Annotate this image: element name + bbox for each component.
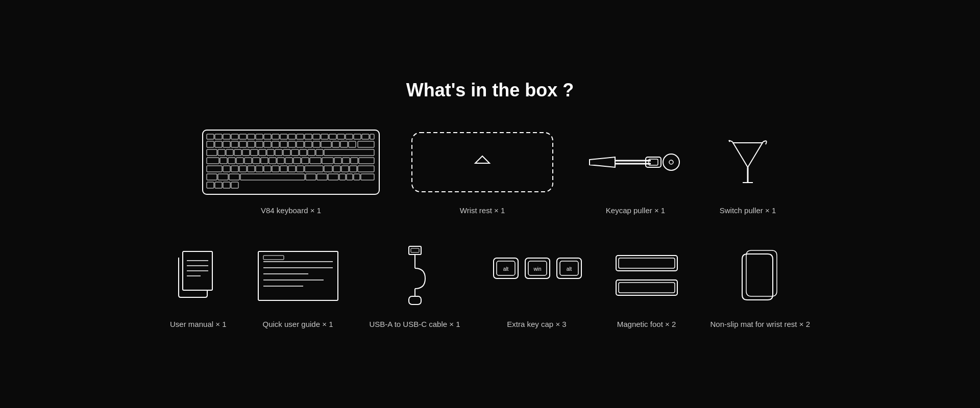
svg-rect-21 xyxy=(370,134,374,139)
usb-cable-icon xyxy=(395,245,435,307)
svg-rect-8 xyxy=(264,134,271,139)
svg-rect-25 xyxy=(231,141,238,147)
svg-rect-31 xyxy=(280,141,287,147)
svg-rect-54 xyxy=(316,149,323,156)
svg-rect-89 xyxy=(350,166,357,172)
svg-rect-92 xyxy=(218,174,228,180)
item-wrist-rest: Wrist rest × 1 xyxy=(411,126,554,215)
nonslip-mat-label: Non-slip mat for wrist rest × 2 xyxy=(710,320,810,328)
svg-rect-104 xyxy=(223,182,230,188)
item-usb-cable: USB-A to USB-C cable × 1 xyxy=(370,240,460,328)
svg-rect-45 xyxy=(242,149,250,156)
svg-rect-49 xyxy=(275,149,282,156)
svg-rect-105 xyxy=(231,182,238,188)
svg-rect-42 xyxy=(218,149,225,156)
svg-rect-38 xyxy=(340,141,348,147)
svg-rect-10 xyxy=(280,134,287,139)
extra-keycap-image: alt win alt xyxy=(491,240,583,312)
nonslip-mat-icon xyxy=(737,248,783,304)
svg-marker-107 xyxy=(475,156,489,163)
svg-rect-102 xyxy=(207,182,214,188)
svg-rect-76 xyxy=(231,166,238,172)
svg-rect-18 xyxy=(346,134,353,139)
svg-rect-29 xyxy=(264,141,271,147)
quick-guide-label: Quick user guide × 1 xyxy=(263,320,333,328)
keycap-puller-icon xyxy=(584,142,687,183)
magnetic-foot-label: Magnetic foot × 2 xyxy=(617,320,676,328)
svg-rect-14 xyxy=(313,134,320,139)
svg-rect-110 xyxy=(646,157,661,167)
svg-rect-94 xyxy=(240,174,305,180)
svg-rect-81 xyxy=(272,166,279,172)
svg-rect-70 xyxy=(334,158,341,164)
keycap-puller-image xyxy=(584,126,687,198)
svg-rect-46 xyxy=(251,149,258,156)
svg-rect-78 xyxy=(248,166,255,172)
svg-rect-66 xyxy=(293,158,301,164)
svg-rect-48 xyxy=(267,149,274,156)
svg-rect-99 xyxy=(347,174,353,180)
svg-rect-19 xyxy=(354,134,361,139)
item-magnetic-foot: Magnetic foot × 2 xyxy=(614,240,680,328)
svg-rect-69 xyxy=(322,158,333,164)
svg-text:alt: alt xyxy=(566,266,572,272)
wrist-rest-image xyxy=(411,126,554,198)
svg-rect-124 xyxy=(258,251,338,300)
svg-rect-95 xyxy=(306,174,316,180)
extra-keycap-icon: alt win alt xyxy=(491,253,583,299)
svg-rect-77 xyxy=(239,166,247,172)
svg-rect-5 xyxy=(239,134,247,139)
svg-rect-40 xyxy=(358,141,374,147)
item-extra-keycap: alt win alt Extra key cap × 3 xyxy=(491,240,583,328)
keyboard-icon xyxy=(202,129,380,195)
svg-rect-85 xyxy=(305,166,323,172)
svg-rect-51 xyxy=(291,149,299,156)
svg-rect-101 xyxy=(361,174,374,180)
item-quick-guide: Quick user guide × 1 xyxy=(257,240,339,328)
svg-rect-50 xyxy=(283,149,290,156)
item-nonslip-mat: Non-slip mat for wrist rest × 2 xyxy=(710,240,810,328)
magnetic-foot-image xyxy=(614,240,680,312)
item-switch-puller: Switch puller × 1 xyxy=(717,126,778,215)
svg-rect-98 xyxy=(339,174,346,180)
wrist-rest-icon xyxy=(411,132,554,193)
svg-rect-44 xyxy=(234,149,241,156)
svg-rect-79 xyxy=(256,166,263,172)
svg-point-112 xyxy=(663,154,679,170)
svg-rect-71 xyxy=(342,158,350,164)
keyboard-label: V84 keyboard × 1 xyxy=(261,206,321,215)
keyboard-image xyxy=(202,126,380,198)
svg-rect-97 xyxy=(328,174,338,180)
svg-rect-82 xyxy=(280,166,287,172)
svg-rect-0 xyxy=(203,130,379,194)
quick-guide-icon xyxy=(257,250,339,301)
svg-rect-93 xyxy=(229,174,239,180)
row-1: V84 keyboard × 1 Wrist rest × 1 xyxy=(82,126,898,215)
svg-rect-88 xyxy=(341,166,349,172)
page-title: What's in the box ? xyxy=(406,80,574,101)
svg-rect-23 xyxy=(215,141,222,147)
item-user-manual: User manual × 1 xyxy=(170,240,226,328)
svg-rect-84 xyxy=(297,166,304,172)
svg-rect-37 xyxy=(332,141,339,147)
svg-rect-64 xyxy=(277,158,284,164)
svg-rect-7 xyxy=(256,134,263,139)
svg-rect-27 xyxy=(248,141,255,147)
svg-rect-148 xyxy=(619,283,675,293)
item-keycap-puller: Keycap puller × 1 xyxy=(584,126,687,215)
extra-keycap-label: Extra key cap × 3 xyxy=(507,320,566,328)
svg-rect-62 xyxy=(261,158,268,164)
svg-rect-106 xyxy=(412,133,553,192)
switch-puller-icon xyxy=(717,137,778,188)
svg-rect-20 xyxy=(362,134,369,139)
svg-rect-52 xyxy=(300,149,307,156)
svg-rect-9 xyxy=(272,134,279,139)
svg-rect-61 xyxy=(253,158,260,164)
user-manual-icon xyxy=(178,250,218,301)
svg-line-115 xyxy=(748,142,763,167)
svg-point-113 xyxy=(669,160,673,164)
svg-rect-132 xyxy=(411,248,419,252)
svg-rect-13 xyxy=(305,134,312,139)
svg-rect-146 xyxy=(619,258,675,268)
svg-rect-22 xyxy=(207,141,214,147)
